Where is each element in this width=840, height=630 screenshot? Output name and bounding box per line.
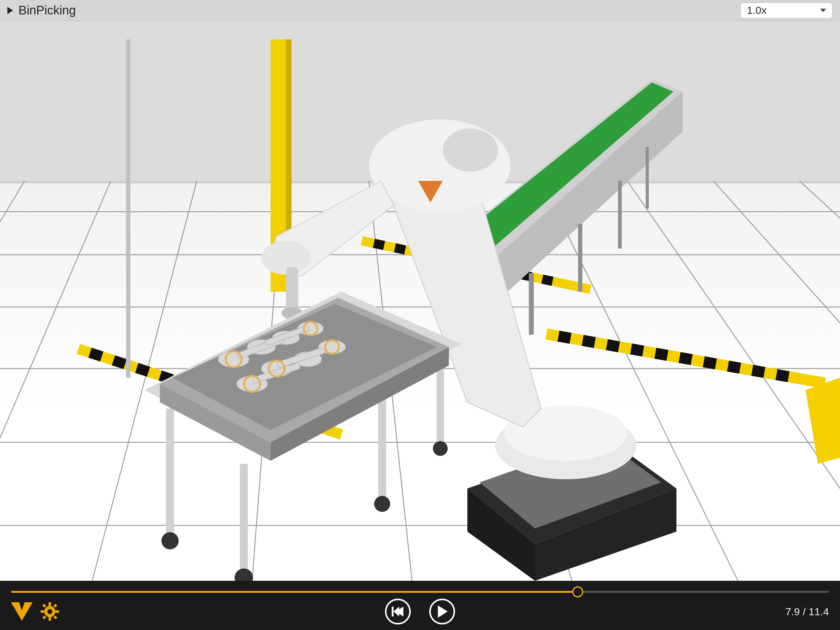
svg-point-79: [374, 496, 390, 512]
svg-rect-109: [55, 610, 59, 613]
svg-rect-38: [542, 275, 553, 286]
svg-marker-117: [393, 606, 399, 616]
expand-triangle-icon[interactable]: [7, 7, 13, 14]
svg-rect-45: [679, 352, 693, 365]
svg-rect-43: [630, 343, 644, 356]
top-toolbar: BinPicking 1.0x: [0, 0, 840, 21]
svg-rect-57: [618, 181, 622, 249]
svg-rect-113: [54, 616, 57, 619]
svg-rect-55: [529, 273, 534, 335]
svg-rect-75: [240, 464, 248, 575]
svg-rect-51: [126, 40, 130, 378]
svg-rect-110: [43, 604, 46, 608]
play-button[interactable]: [429, 598, 455, 624]
svg-rect-71: [286, 267, 298, 310]
playback-speed-value: 1.0x: [747, 4, 766, 16]
gear-icon[interactable]: [41, 602, 59, 621]
play-icon: [436, 605, 448, 618]
svg-point-78: [235, 568, 253, 581]
svg-marker-118: [438, 605, 448, 618]
chevron-down-icon: [820, 9, 826, 12]
svg-rect-106: [49, 602, 51, 606]
timeline[interactable]: [11, 586, 829, 597]
svg-rect-58: [646, 147, 649, 209]
svg-rect-49: [775, 369, 789, 382]
svg-point-70: [261, 241, 311, 275]
timeline-elapsed: [11, 591, 578, 593]
svg-rect-47: [727, 361, 741, 374]
svg-rect-73: [166, 408, 174, 538]
svg-rect-31: [394, 243, 406, 255]
timeline-track[interactable]: [11, 591, 829, 593]
svg-rect-108: [41, 610, 44, 613]
svg-rect-107: [49, 617, 51, 621]
svg-rect-44: [654, 348, 668, 361]
svg-rect-48: [751, 365, 765, 378]
svg-rect-30: [373, 239, 385, 250]
svg-rect-111: [54, 604, 57, 608]
scene-title: BinPicking: [19, 3, 76, 17]
time-readout: 7.9 / 11.4: [785, 606, 829, 618]
svg-point-67: [443, 128, 498, 172]
svg-rect-40: [557, 331, 572, 343]
svg-rect-41: [582, 335, 596, 348]
svg-rect-115: [392, 606, 393, 616]
playback-bar: 7.9 / 11.4: [0, 581, 840, 630]
safety-post: [805, 378, 840, 464]
svg-line-3: [0, 181, 111, 581]
current-time: 7.9: [785, 606, 800, 617]
scene-illustration: [0, 21, 840, 581]
total-time: 11.4: [808, 606, 829, 617]
playback-speed-select[interactable]: 1.0x: [741, 2, 833, 19]
svg-point-114: [47, 609, 52, 614]
svg-point-77: [161, 532, 178, 549]
svg-line-2: [0, 181, 25, 581]
skip-back-button[interactable]: [385, 598, 411, 624]
svg-rect-46: [703, 356, 717, 369]
svg-rect-56: [578, 224, 583, 291]
simulation-viewport[interactable]: [0, 21, 840, 581]
timeline-handle[interactable]: [572, 586, 583, 597]
svg-rect-112: [43, 616, 46, 619]
svg-point-80: [433, 441, 448, 456]
vortex-logo-icon[interactable]: [11, 602, 33, 621]
svg-rect-42: [606, 339, 620, 352]
skip-back-icon: [391, 605, 405, 618]
